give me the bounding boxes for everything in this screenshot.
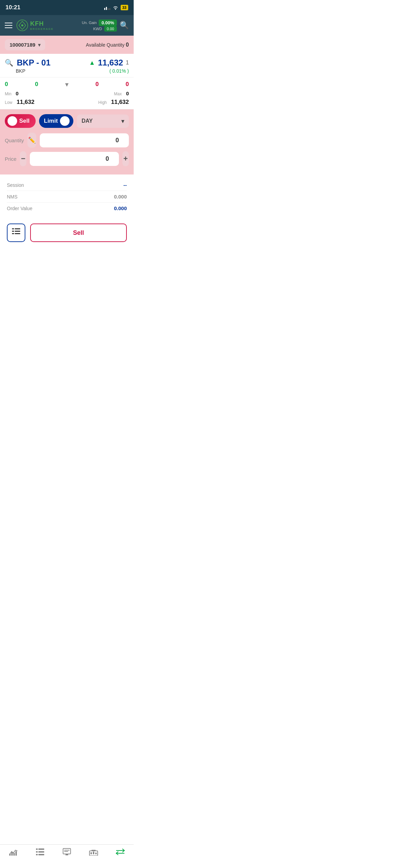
svg-rect-2	[108, 8, 109, 10]
list-button[interactable]	[7, 224, 25, 242]
price-label: Price	[5, 156, 16, 162]
stat-val-2: 0	[35, 81, 38, 88]
battery-indicator: 33	[121, 5, 128, 10]
status-icons: 33	[104, 5, 128, 10]
day-selector[interactable]: DAY ▾	[77, 114, 129, 128]
gain-value-box: 0.00	[104, 26, 117, 32]
price-decrement-button[interactable]: −	[20, 151, 26, 166]
stat-max: Max 0	[114, 91, 129, 97]
account-bar: 100007189 ▾ Available Quantity 0	[0, 36, 134, 54]
price-input[interactable]	[30, 152, 119, 166]
trade-controls-row: Sell Limit DAY ▾	[5, 114, 129, 128]
stats-top-row: 0 0 ▾ 0 0	[5, 80, 129, 88]
status-time: 10:21	[5, 4, 20, 11]
order-details: Session -- NMS 0.000 Order Value 0.000	[0, 174, 134, 219]
signal-icon	[104, 5, 110, 10]
day-selector-value: DAY	[82, 118, 93, 124]
svg-rect-7	[12, 228, 14, 229]
quantity-label: Quantity	[5, 137, 24, 143]
svg-point-6	[21, 24, 23, 26]
header-left: KFH BROKERAGE	[5, 20, 54, 31]
stock-search-icon[interactable]: 🔍	[5, 59, 13, 67]
stat-min: Min 0	[5, 91, 19, 97]
stat-val-4: 0	[126, 81, 129, 88]
quantity-row: Quantity ✏️	[5, 133, 129, 148]
account-selector[interactable]: 100007189 ▾	[5, 39, 45, 50]
stock-sub: BKP ( 0.01% )	[5, 68, 129, 74]
logo-text-area: KFH BROKERAGE	[30, 20, 54, 31]
logo: KFH BROKERAGE	[16, 20, 54, 31]
action-row: Sell	[0, 219, 134, 247]
gain-value: 0.00	[107, 27, 114, 31]
stock-info: 🔍 BKP - 01 ▲ 11,632 1 BKP ( 0.01% )	[0, 54, 134, 77]
limit-toggle-label: Limit	[44, 118, 58, 124]
chevron-down-icon: ▾	[38, 42, 40, 48]
stock-change-percent: ( 0.01% )	[109, 68, 129, 74]
chevron-down-icon-stats: ▾	[65, 80, 69, 88]
wifi-icon	[112, 5, 119, 10]
stat-high: High 11,632	[98, 99, 129, 106]
stat-val-3: 0	[96, 81, 99, 88]
quantity-edit-button[interactable]: ✏️	[27, 133, 36, 148]
order-value-label: Order Value	[7, 206, 32, 211]
svg-rect-12	[15, 233, 20, 234]
order-value: 0.000	[114, 205, 127, 211]
search-icon[interactable]: 🔍	[120, 21, 129, 30]
menu-button[interactable]	[5, 23, 12, 28]
svg-rect-9	[12, 231, 14, 232]
session-row: Session --	[7, 179, 127, 191]
nms-row: NMS 0.000	[7, 191, 127, 203]
svg-rect-1	[106, 7, 107, 10]
stat-val-1: 0	[5, 81, 8, 88]
sell-toggle[interactable]: Sell	[5, 114, 36, 128]
status-bar: 10:21 33	[0, 0, 134, 15]
sell-action-button[interactable]: Sell	[30, 224, 127, 242]
ungain-label: Un. Gain	[82, 21, 97, 25]
day-selector-chevron: ▾	[121, 118, 124, 124]
session-value: --	[123, 182, 127, 188]
stock-price-area: ▲ 11,632 1	[89, 58, 129, 68]
price-up-icon: ▲	[89, 59, 95, 67]
stock-price: 11,632	[98, 58, 123, 68]
order-value-row: Order Value 0.000	[7, 203, 127, 214]
quantity-input[interactable]	[40, 133, 129, 147]
stock-code: BKP - 01	[17, 58, 50, 68]
price-row: Price − +	[5, 151, 129, 166]
kfh-logo-icon	[16, 20, 28, 31]
svg-point-4	[115, 9, 116, 10]
nms-value: 0.000	[114, 194, 127, 200]
sell-toggle-label: Sell	[19, 118, 29, 124]
stock-name: BKP	[16, 68, 25, 74]
svg-rect-8	[15, 228, 20, 229]
header-right: Un. Gain 0.00% KWD 0.00 🔍	[82, 20, 129, 32]
session-label: Session	[7, 182, 24, 188]
svg-rect-11	[12, 233, 14, 234]
trade-form: Sell Limit DAY ▾ Quantity ✏️ Price − +	[0, 109, 134, 174]
stock-left: 🔍 BKP - 01	[5, 58, 50, 68]
svg-rect-3	[109, 8, 110, 10]
price-increment-button[interactable]: +	[122, 151, 129, 166]
toggle-circle-limit	[60, 116, 70, 126]
svg-rect-0	[104, 8, 105, 10]
kwd-label: KWD	[93, 27, 102, 31]
toggle-circle-sell	[8, 116, 17, 126]
account-number: 100007189	[10, 42, 35, 48]
gain-percent: 0.00%	[101, 20, 114, 25]
plus-icon: +	[123, 154, 128, 163]
gain-area: Un. Gain 0.00% KWD 0.00	[82, 20, 117, 32]
stock-change: 1	[126, 60, 129, 66]
nms-label: NMS	[7, 194, 17, 200]
list-icon	[12, 228, 20, 237]
sell-action-label: Sell	[73, 229, 84, 237]
stats-lowhigh-row: Low 11,632 High 11,632	[5, 99, 129, 108]
svg-rect-10	[15, 231, 20, 232]
minus-icon: −	[21, 154, 25, 163]
gain-percent-box: 0.00%	[99, 20, 117, 26]
stock-header: 🔍 BKP - 01 ▲ 11,632 1	[5, 58, 129, 68]
limit-toggle[interactable]: Limit	[39, 114, 73, 128]
available-quantity: Available Quantity 0	[86, 42, 129, 48]
pencil-icon: ✏️	[28, 136, 36, 144]
stats-minmax-row: Min 0 Max 0	[5, 91, 129, 97]
stat-low: Low 11,632	[5, 99, 34, 106]
app-header: KFH BROKERAGE Un. Gain 0.00% KWD 0.00 🔍	[0, 15, 134, 36]
